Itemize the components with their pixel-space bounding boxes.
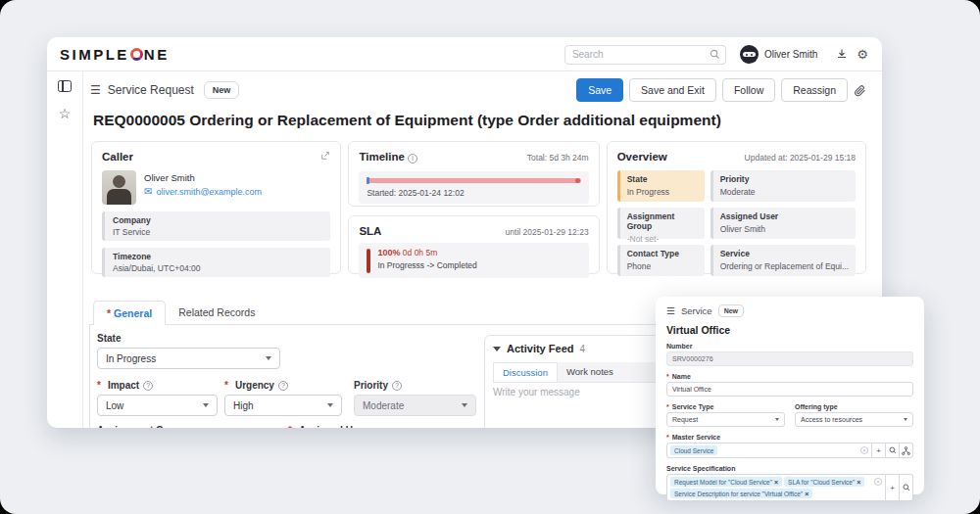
impact-field-label: *Impact? bbox=[97, 380, 218, 391]
urgency-select-value: High bbox=[233, 400, 254, 411]
record-header: ☰ Service Request New Save Save and Exit… bbox=[86, 78, 866, 102]
master-service-control: Cloud Service × + bbox=[666, 443, 913, 458]
overview-priority-cell: Priority Moderate bbox=[710, 170, 856, 202]
sidebar-toggle-icon[interactable] bbox=[58, 80, 72, 92]
urgency-group: *Urgency? High bbox=[224, 380, 342, 416]
service-type-group: *Service Type Request bbox=[666, 397, 785, 427]
impact-label-text: Impact bbox=[108, 380, 139, 391]
caller-email-link[interactable]: oliver.smith@example.com bbox=[156, 187, 262, 197]
service-type-select[interactable]: Request bbox=[666, 412, 785, 427]
service-header: ☰ Service New bbox=[666, 304, 913, 317]
required-asterisk: * bbox=[666, 434, 669, 441]
service-specification-input[interactable]: Request Model for "Cloud Service"× SLA f… bbox=[666, 474, 886, 501]
logo-text-right: NE bbox=[144, 46, 170, 63]
search-input[interactable] bbox=[564, 45, 726, 65]
add-reference-button[interactable]: + bbox=[872, 443, 886, 458]
remove-chip-icon[interactable]: × bbox=[774, 479, 778, 486]
attachment-paperclip-icon[interactable] bbox=[854, 83, 866, 98]
company-value: IT Service bbox=[113, 227, 322, 237]
tab-general[interactable]: *General bbox=[93, 301, 166, 325]
open-record-icon[interactable] bbox=[320, 151, 330, 161]
follow-button[interactable]: Follow bbox=[722, 78, 775, 102]
record-menu-icon[interactable]: ☰ bbox=[90, 83, 101, 97]
feed-tabs: Discussion Work notes bbox=[493, 362, 667, 383]
timeline-sla-column: Timeline i Total: 5d 3h 24m Started: 202… bbox=[348, 141, 599, 274]
assigned-user-label-text: Assigned User bbox=[299, 425, 368, 428]
required-asterisk: * bbox=[666, 373, 669, 380]
overview-assignment-group-label: Assignment Group bbox=[627, 211, 698, 231]
tab-related-records[interactable]: Related Records bbox=[166, 301, 268, 324]
assignment-group-label: Assignment Group bbox=[97, 425, 281, 428]
overview-assignment-group-cell: Assignment Group -Not set- bbox=[617, 208, 705, 239]
timezone-label: Timezone bbox=[113, 252, 322, 261]
spec-chip[interactable]: Request Model for "Cloud Service"× bbox=[670, 477, 782, 487]
feed-tab-discussion[interactable]: Discussion bbox=[493, 362, 558, 382]
master-service-input[interactable]: Cloud Service × bbox=[666, 443, 872, 458]
envelope-icon: ✉ bbox=[144, 187, 152, 197]
chevron-down-icon bbox=[904, 418, 907, 421]
hierarchy-button[interactable] bbox=[900, 443, 913, 458]
impact-select-value: Low bbox=[106, 400, 123, 411]
timeline-card-header: Timeline i Total: 5d 3h 24m bbox=[359, 151, 588, 164]
download-button[interactable] bbox=[836, 48, 848, 60]
save-and-exit-button[interactable]: Save and Exit bbox=[629, 78, 716, 102]
urgency-select[interactable]: High bbox=[224, 395, 342, 416]
service-type-label: *Service Type bbox=[666, 403, 785, 410]
offering-type-select[interactable]: Access to resources bbox=[795, 412, 913, 427]
sla-card: SLA until 2025-01-29 12:23 100% 0d 0h 5m… bbox=[348, 215, 599, 274]
type-offering-row: *Service Type Request Offering type Acce… bbox=[666, 397, 913, 427]
feed-tab-work-notes[interactable]: Work notes bbox=[558, 362, 622, 382]
plus-icon: + bbox=[876, 446, 881, 455]
timeline-progress-box: Started: 2025-01-24 12:02 bbox=[359, 171, 588, 204]
chevron-down-icon bbox=[203, 403, 209, 407]
clear-icon[interactable]: × bbox=[860, 446, 868, 454]
caller-card: Caller Oliver Smith ✉ oliver bbox=[91, 141, 341, 274]
sla-card-title: SLA bbox=[359, 225, 381, 237]
logo-o-icon bbox=[130, 48, 143, 61]
overview-priority-value: Moderate bbox=[720, 187, 849, 197]
reassign-button[interactable]: Reassign bbox=[781, 78, 848, 102]
spec-chip[interactable]: SLA for "Cloud Service"× bbox=[784, 477, 864, 487]
clear-icon[interactable]: × bbox=[874, 478, 882, 486]
activity-feed-header[interactable]: Activity Feed 4 bbox=[493, 343, 667, 354]
remove-chip-icon[interactable]: × bbox=[857, 479, 860, 486]
lookup-reference-button[interactable] bbox=[900, 474, 913, 501]
impact-select[interactable]: Low bbox=[97, 395, 218, 416]
sla-card-header: SLA until 2025-01-29 12:23 bbox=[359, 225, 588, 237]
spec-chip[interactable]: Service Description for service "Virtual… bbox=[670, 489, 812, 498]
remove-chip-icon[interactable]: × bbox=[805, 491, 808, 497]
service-type-value: Request bbox=[672, 416, 698, 423]
page-background: SIMPLE NE Oliver Smith ⚙ bbox=[0, 0, 980, 514]
state-label-text: State bbox=[97, 333, 121, 344]
message-input[interactable] bbox=[493, 387, 667, 416]
assigned-user-label: *Assigned User bbox=[288, 425, 469, 428]
timeline-total: Total: 5d 3h 24m bbox=[527, 153, 589, 163]
user-menu[interactable]: Oliver Smith bbox=[740, 45, 817, 64]
state-select[interactable]: In Progress bbox=[97, 348, 280, 369]
save-button[interactable]: Save bbox=[576, 78, 623, 102]
sla-until: until 2025-01-29 12:23 bbox=[506, 227, 589, 237]
help-icon: ? bbox=[143, 381, 153, 391]
chevron-down-icon bbox=[266, 356, 271, 360]
overview-card-header: Overview Updated at: 2025-01-29 15:18 bbox=[617, 151, 856, 163]
assignment-group-field: Assignment Group + bbox=[97, 425, 281, 428]
priority-select: Moderate bbox=[354, 395, 476, 416]
name-input[interactable]: Virtual Office bbox=[666, 382, 913, 397]
spec-chip-label: SLA for "Cloud Service" bbox=[788, 479, 855, 486]
lookup-reference-button[interactable] bbox=[886, 443, 900, 458]
global-search bbox=[564, 44, 726, 64]
favorite-star-icon[interactable]: ☆ bbox=[59, 107, 72, 120]
required-asterisk: * bbox=[666, 403, 669, 410]
caller-card-title: Caller bbox=[102, 151, 133, 163]
caller-person-info: Oliver Smith ✉ oliver.smith@example.com bbox=[144, 170, 262, 205]
priority-field-label: Priority? bbox=[354, 380, 476, 391]
service-menu-icon[interactable]: ☰ bbox=[666, 305, 675, 316]
top-bar: SIMPLE NE Oliver Smith ⚙ bbox=[47, 37, 882, 70]
settings-button[interactable]: ⚙ bbox=[857, 48, 868, 61]
search-icon bbox=[710, 49, 720, 60]
overview-service-value: Ordering or Replacement of Equi... bbox=[720, 261, 849, 271]
add-reference-button[interactable]: + bbox=[886, 474, 900, 501]
overview-assigned-user-cell: Assigned User Oliver Smith bbox=[710, 208, 856, 239]
timeline-card-title: Timeline i bbox=[359, 151, 417, 164]
master-service-chip[interactable]: Cloud Service bbox=[670, 445, 717, 455]
